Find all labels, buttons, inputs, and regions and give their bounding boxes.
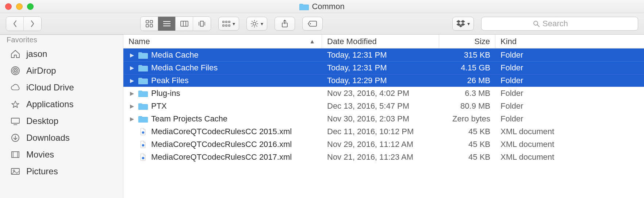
search-field[interactable]: [481, 17, 638, 31]
svg-line-37: [537, 25, 539, 27]
table-row[interactable]: ▸PTXDec 13, 2016, 5:47 PM80.9 MBFolder: [123, 100, 644, 112]
svg-point-30: [310, 23, 311, 24]
titlebar: Common: [0, 0, 644, 13]
chevron-left-icon: [12, 20, 18, 27]
file-date: Dec 13, 2016, 5:47 PM: [322, 101, 439, 111]
file-kind: Folder: [495, 63, 644, 73]
table-row[interactable]: MediaCoreQTCodecRulesCC 2016.xmlNov 29, …: [123, 138, 644, 151]
home-icon: [9, 49, 21, 59]
chevron-down-icon: ▾: [233, 21, 235, 27]
sidebar-item-label: Movies: [26, 150, 54, 160]
close-window-button[interactable]: [5, 3, 12, 10]
xml-file-icon: [138, 140, 148, 148]
movies-icon: [9, 150, 21, 160]
svg-rect-13: [223, 21, 224, 23]
file-kind: XML document: [495, 152, 644, 162]
dropbox-icon: [456, 20, 465, 27]
tags-button[interactable]: [302, 17, 323, 31]
table-row[interactable]: MediaCoreQTCodecRulesCC 2017.xmlNov 21, …: [123, 151, 644, 163]
fullscreen-window-button[interactable]: [27, 3, 34, 10]
file-kind: Folder: [495, 114, 644, 124]
search-input[interactable]: [543, 19, 586, 28]
table-row[interactable]: ▸Team Projects CacheNov 30, 2016, 2:03 P…: [123, 112, 644, 125]
table-row[interactable]: MediaCoreQTCodecRulesCC 2015.xmlDec 11, …: [123, 125, 644, 138]
sidebar-item-icloud-drive[interactable]: iCloud Drive: [0, 79, 123, 96]
xml-file-icon: [138, 128, 148, 136]
folder-icon: [299, 3, 309, 10]
table-row[interactable]: ▸Media CacheToday, 12:31 PM315 KBFolder: [123, 48, 644, 61]
disclosure-triangle-icon[interactable]: ▸: [129, 76, 135, 85]
sidebar-item-downloads[interactable]: Downloads: [0, 129, 123, 146]
table-row[interactable]: ▸Plug-insNov 23, 2016, 4:02 PM6.3 MBFold…: [123, 87, 644, 100]
column-header-name[interactable]: Name ▲: [123, 35, 322, 48]
file-date: Dec 11, 2016, 10:12 PM: [322, 127, 439, 136]
disclosure-triangle-icon[interactable]: ▸: [129, 50, 135, 60]
file-name: MediaCoreQTCodecRulesCC 2017.xml: [151, 152, 292, 162]
file-size: Zero bytes: [439, 114, 495, 124]
chevron-down-icon: ▾: [467, 21, 470, 27]
disclosure-triangle-icon[interactable]: ▸: [129, 63, 135, 73]
arrange-button[interactable]: ▾: [218, 17, 239, 31]
svg-rect-17: [226, 25, 227, 26]
column-header-size[interactable]: Size: [439, 35, 495, 48]
svg-rect-3: [150, 24, 153, 27]
disclosure-triangle-icon[interactable]: ▸: [129, 114, 135, 124]
sidebar-item-label: iCloud Drive: [26, 82, 74, 93]
folder-icon: [138, 51, 148, 59]
dropbox-button[interactable]: ▾: [452, 17, 474, 31]
svg-rect-7: [181, 21, 188, 26]
minimize-window-button[interactable]: [16, 3, 23, 10]
window-controls: [5, 3, 34, 10]
downloads-icon: [9, 133, 21, 143]
svg-rect-14: [226, 21, 227, 23]
table-row[interactable]: ▸Media Cache FilesToday, 12:31 PM4.15 GB…: [123, 61, 644, 74]
sidebar-item-jason[interactable]: jason: [0, 46, 123, 62]
file-size: 80.9 MB: [439, 101, 495, 111]
file-name: Media Cache: [151, 50, 199, 60]
column-view-button[interactable]: [176, 17, 193, 31]
sidebar-item-label: jason: [26, 49, 47, 59]
back-button[interactable]: [6, 17, 24, 31]
file-kind: XML document: [495, 140, 644, 149]
disclosure-triangle-icon[interactable]: ▸: [129, 101, 135, 111]
svg-rect-15: [229, 21, 230, 23]
sidebar-item-applications[interactable]: Applications: [0, 96, 123, 113]
forward-button[interactable]: [24, 17, 41, 31]
disclosure-triangle-icon[interactable]: ▸: [129, 89, 135, 98]
coverflow-view-button[interactable]: [193, 17, 211, 31]
svg-rect-1: [150, 20, 153, 23]
file-size: 45 KB: [439, 140, 495, 149]
sidebar-item-label: Downloads: [26, 133, 70, 143]
sidebar-item-airdrop[interactable]: AirDrop: [0, 62, 123, 79]
sidebar-item-movies[interactable]: Movies: [0, 146, 123, 163]
file-name: Team Projects Cache: [151, 114, 227, 124]
svg-rect-18: [229, 25, 230, 26]
folder-icon: [138, 89, 148, 97]
svg-line-27: [252, 26, 253, 26]
arrange-icon: [222, 21, 230, 27]
action-button[interactable]: ▾: [246, 17, 267, 31]
sidebar-item-desktop[interactable]: Desktop: [0, 113, 123, 129]
sidebar-item-label: Applications: [26, 99, 73, 109]
file-date: Nov 21, 2016, 11:23 AM: [322, 152, 439, 162]
file-size: 6.3 MB: [439, 89, 495, 98]
table-row[interactable]: ▸Peak FilesToday, 12:29 PM26 MBFolder: [123, 74, 644, 87]
svg-point-19: [253, 22, 256, 25]
column-header-date[interactable]: Date Modified: [322, 35, 439, 48]
sort-ascending-icon: ▲: [309, 38, 315, 45]
folder-icon: [138, 102, 148, 110]
gear-icon: [250, 20, 258, 28]
svg-rect-2: [146, 24, 149, 27]
sidebar-item-pictures[interactable]: Pictures: [0, 163, 123, 180]
file-name: MediaCoreQTCodecRulesCC 2015.xml: [151, 127, 292, 136]
column-header-kind[interactable]: Kind: [495, 35, 644, 48]
svg-rect-10: [200, 21, 203, 26]
file-name: Plug-ins: [151, 89, 180, 98]
svg-line-26: [256, 21, 257, 22]
file-size: 4.15 GB: [439, 63, 495, 73]
file-date: Nov 23, 2016, 4:02 PM: [322, 89, 439, 98]
list-view-button[interactable]: [158, 17, 176, 31]
share-button[interactable]: [275, 17, 295, 31]
icon-view-button[interactable]: [141, 17, 158, 31]
file-size: 45 KB: [439, 152, 495, 162]
